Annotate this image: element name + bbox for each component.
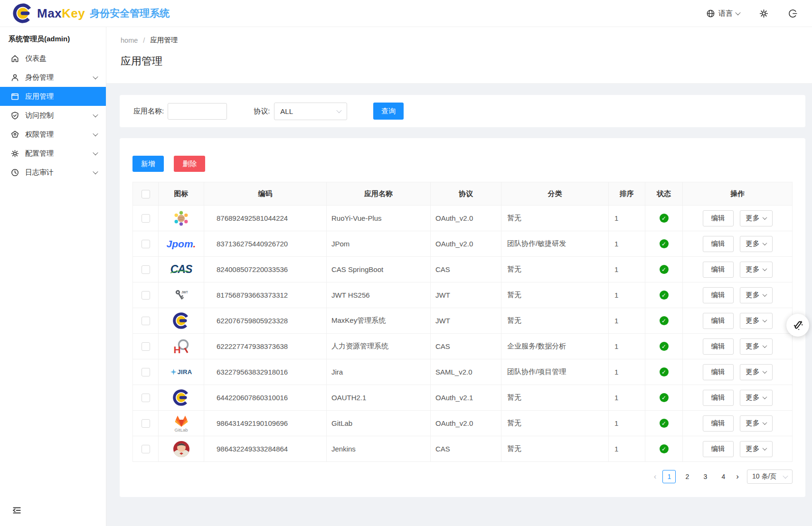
app-protocol: OAuth_v2.1 [431, 385, 501, 411]
protocol-select[interactable]: ALL [274, 103, 347, 120]
next-page-button[interactable]: › [735, 470, 740, 483]
app-protocol: JWT [431, 282, 501, 308]
protocol-select-value: ALL [280, 107, 293, 115]
chevron-down-icon [762, 420, 767, 425]
more-button[interactable]: 更多 [740, 313, 773, 329]
sidebar-item-config[interactable]: 配置管理 [0, 144, 106, 163]
app-name-input[interactable] [168, 103, 227, 120]
more-button[interactable]: 更多 [740, 262, 773, 278]
app-name: CAS SpringBoot [327, 257, 431, 282]
magic-wand-button[interactable] [786, 314, 809, 337]
row-checkbox[interactable] [142, 265, 150, 274]
protocol-label: 协议: [254, 107, 270, 116]
app-name-label: 应用名称: [133, 107, 164, 116]
more-button[interactable]: 更多 [740, 390, 773, 406]
select-all-checkbox[interactable] [142, 190, 150, 198]
more-button[interactable]: 更多 [740, 338, 773, 355]
more-button[interactable]: 更多 [740, 210, 773, 226]
filter-bar: 应用名称: 协议: ALL 查询 [120, 95, 805, 127]
delete-button[interactable]: 删除 [174, 156, 205, 172]
sidebar-item-label: 配置管理 [25, 149, 94, 158]
home-icon [10, 54, 19, 63]
prev-page-button[interactable]: ‹ [652, 470, 658, 483]
table-row: JIRA632279563832918016JiraSAML_v2.0团队协作/… [133, 359, 793, 385]
chevron-down-icon [735, 10, 740, 15]
more-button[interactable]: 更多 [740, 441, 773, 457]
edit-button[interactable]: 编辑 [703, 210, 734, 226]
sidebar-item-audit[interactable]: 日志审计 [0, 163, 106, 182]
sidebar-item-access[interactable]: 访问控制 [0, 106, 106, 125]
col-icon: 图标 [159, 182, 204, 206]
add-button[interactable]: 新增 [132, 156, 164, 172]
sidebar-item-privilege[interactable]: 权限管理 [0, 125, 106, 144]
row-checkbox[interactable] [142, 240, 150, 248]
chevron-down-icon [783, 473, 788, 479]
page-size-select[interactable]: 10 条/页 [747, 470, 793, 484]
row-checkbox[interactable] [142, 445, 150, 453]
chevron-down-icon [762, 266, 767, 271]
logout-icon[interactable] [788, 9, 798, 19]
row-checkbox[interactable] [142, 342, 150, 351]
chevron-down-icon [762, 394, 767, 399]
row-checkbox[interactable] [142, 368, 150, 376]
app-name: JWT HS256 [327, 282, 431, 308]
edit-button[interactable]: 编辑 [703, 390, 734, 406]
brand[interactable]: Max Key 身份安全管理系统 [12, 3, 170, 24]
topbar: Max Key 身份安全管理系统 语言 [0, 0, 812, 27]
col-code: 编码 [204, 182, 327, 206]
sidebar-item-identity[interactable]: 身份管理 [0, 68, 106, 87]
user-icon [10, 73, 19, 82]
edit-button[interactable]: 编辑 [703, 441, 734, 457]
app-code: 622076759805923328 [204, 308, 327, 334]
col-protocol: 协议 [431, 182, 501, 206]
edit-button[interactable]: 编辑 [703, 236, 734, 252]
sidebar-item-dashboard[interactable]: 仪表盘 [0, 49, 106, 68]
edit-button[interactable]: 编辑 [703, 364, 734, 380]
app-sort: 1 [609, 308, 645, 334]
edit-button[interactable]: 编辑 [703, 338, 734, 355]
more-button[interactable]: 更多 [740, 415, 773, 432]
edit-button[interactable]: 编辑 [703, 262, 734, 278]
row-checkbox[interactable] [142, 214, 150, 223]
page-title: 应用管理 [121, 54, 812, 68]
row-checkbox[interactable] [142, 317, 150, 325]
app-window-icon [10, 92, 19, 101]
page-button-1[interactable]: 1 [662, 470, 676, 483]
language-menu[interactable]: 语言 [706, 9, 740, 18]
status-enabled-icon [660, 367, 669, 376]
col-actions: 操作 [683, 182, 793, 206]
status-enabled-icon [660, 291, 669, 300]
maxkey-logo [172, 311, 190, 330]
more-button[interactable]: 更多 [740, 287, 773, 303]
edit-button[interactable]: 编辑 [703, 313, 734, 329]
chevron-down-icon [762, 241, 767, 245]
app-category: 暂无 [501, 206, 609, 231]
app-protocol: JWT [431, 308, 501, 334]
breadcrumb-home[interactable]: home [121, 37, 138, 44]
search-button[interactable]: 查询 [373, 103, 404, 120]
app-code: 986431492190109696 [204, 411, 327, 436]
globe-icon [706, 9, 715, 18]
chevron-down-icon [93, 169, 98, 174]
edit-button[interactable]: 编辑 [703, 415, 734, 432]
app-name: JPom [327, 231, 431, 257]
table-card: 新增 删除 图标 编码 应用名称 协议 分类 排序 状态 操作 [120, 138, 805, 497]
apps-table: 图标 编码 应用名称 协议 分类 排序 状态 操作 87689249258104… [132, 182, 793, 462]
row-checkbox[interactable] [142, 291, 150, 300]
settings-gear-icon[interactable] [759, 9, 769, 19]
app-category: 暂无 [501, 436, 609, 462]
sidebar-item-apps[interactable]: 应用管理 [0, 87, 106, 106]
row-checkbox[interactable] [142, 394, 150, 402]
page-button-3[interactable]: 3 [699, 470, 712, 483]
chevron-down-icon [337, 108, 342, 113]
page-button-2[interactable]: 2 [680, 470, 694, 483]
page-button-4[interactable]: 4 [717, 470, 730, 483]
row-checkbox[interactable] [142, 419, 150, 428]
more-button[interactable]: 更多 [740, 236, 773, 252]
more-button[interactable]: 更多 [740, 364, 773, 380]
jenkins-logo [173, 440, 190, 459]
edit-button[interactable]: 编辑 [703, 287, 734, 303]
app-category: 暂无 [501, 411, 609, 436]
sidebar-menu: 仪表盘身份管理应用管理访问控制权限管理配置管理日志审计 [0, 49, 106, 182]
menu-fold-icon[interactable] [11, 505, 22, 516]
